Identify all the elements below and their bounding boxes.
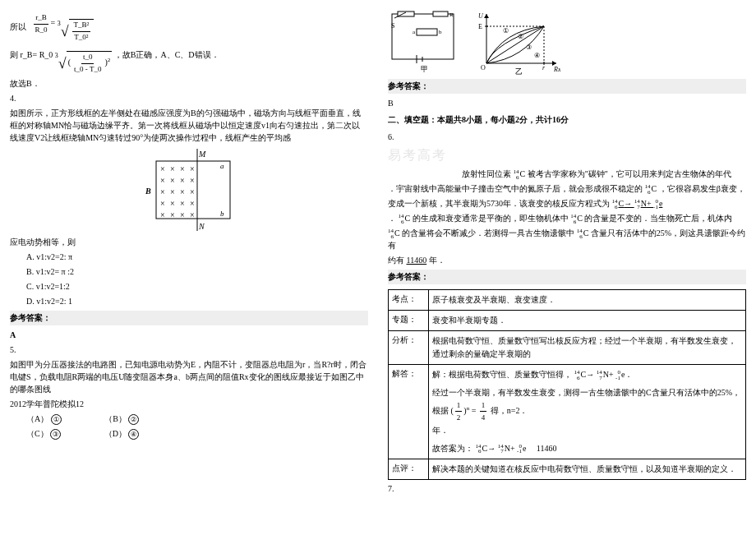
svg-text:R: R — [449, 12, 454, 18]
svg-text:×: × — [180, 187, 185, 196]
row-kaodian-text: 原子核衰变及半衰期、衰变速度． — [429, 290, 745, 310]
svg-text:×: × — [170, 210, 175, 219]
q6-number: 6. — [388, 131, 746, 143]
left-column: 所以 r_B R_0 = 3 √ T_B² T_0² 则 r_B= R_0 — [0, 0, 378, 535]
figure-label-a: a — [220, 162, 224, 170]
svg-text:U: U — [478, 12, 484, 20]
figure-label-M: M — [198, 150, 206, 159]
q5-number: 5. — [10, 344, 368, 356]
svg-text:甲: 甲 — [421, 65, 428, 73]
q4-figure: ×××× ×××× ×××× ×××× ×××× M N B a b — [140, 149, 238, 231]
row-zhuanti-text: 衰变和半衰期专题． — [429, 311, 745, 330]
q6-line-3: 变成一个新核，其半衰期为5730年．该衰变的核反应方程式为 146C→ 147N… — [388, 197, 746, 210]
svg-text:b: b — [439, 29, 442, 35]
svg-text:×: × — [190, 187, 195, 196]
svg-text:×: × — [170, 176, 175, 185]
svg-text:×: × — [170, 199, 175, 208]
figure-label-N: N — [198, 222, 205, 231]
row-fenxi-text: 根据电荷数守恒、质量数守恒写出核反应方程；经过一个半衰期，有半数发生衰变，通过剩… — [429, 331, 745, 364]
answer-label-3: 参考答案： — [388, 270, 746, 284]
graph-diagram-yi: U Rx O r E ① ② ③ ④ 乙 — [478, 10, 552, 76]
right-column: S ab R 甲 U Rx O r E — [378, 0, 756, 535]
circuit-diagram-jia: S ab R 甲 — [388, 10, 462, 76]
q5-text: 如图甲为分压器接法的电路图，已知电源电动势为E，内阻不计，变阻器总电阻为r，当R… — [10, 358, 368, 395]
svg-text:S: S — [391, 22, 394, 30]
q4-number: 4. — [10, 92, 368, 104]
svg-text:×: × — [180, 176, 185, 185]
row-fenxi-label: 分析： — [389, 331, 429, 364]
svg-text:×: × — [190, 210, 195, 219]
svg-text:③: ③ — [526, 44, 532, 51]
row-zhuanti-label: 专题： — [389, 311, 429, 330]
row-jieda-text: 解：根据电荷数守恒、质量数守恒得， 146C→ 147N+ 0-1e． 经过一个… — [429, 365, 745, 459]
circled-1: ① — [51, 414, 62, 425]
q4-text-2: 应电动势相等，则 — [10, 236, 368, 248]
q5-options-row2: （C） ③ （D） ④ — [10, 427, 368, 440]
q4-text-1: 如图所示，正方形线框的左半侧处在磁感应强度为B的匀强磁场中，磁场方向与线框平面垂… — [10, 107, 368, 144]
svg-text:E: E — [478, 23, 482, 30]
jd-line-1: 解：根据电荷数守恒、质量数守恒得， 146C→ 147N+ 0-1e． — [432, 368, 742, 381]
formula-row-1: 所以 r_B R_0 = 3 √ T_B² T_0² — [10, 9, 368, 46]
svg-text:②: ② — [518, 33, 523, 40]
formula-row-2: 则 r_B= R_0 3 √ ( t_0 t_0 - T_0 )2 ，故B正确，… — [10, 48, 368, 75]
svg-text:×: × — [180, 164, 185, 173]
svg-rect-23 — [398, 12, 414, 16]
figure-label-b: b — [220, 210, 224, 218]
jd-line-2: 经过一个半衰期，有半数发生衰变，测得一古生物遗骸中的C含量只有活体中的25%，根… — [432, 386, 742, 424]
circled-3: ③ — [50, 429, 61, 440]
svg-text:×: × — [190, 164, 195, 173]
q4-option-b: B. v1:v2= π :2 — [10, 265, 368, 278]
row-kaodian-label: 考点： — [389, 290, 429, 310]
q6-line-1: 放射性同位素 146C 被考古学家称为"碳钟"，它可以用来判定古生物体的年代 — [388, 168, 746, 180]
svg-text:×: × — [170, 164, 175, 173]
q4-option-a: A. v1:v2=2: π — [10, 251, 368, 263]
label-ze: 则 — [10, 50, 18, 59]
q5-options-row1: （A） ① （B） ② — [10, 413, 368, 425]
section-2-heading: 二、填空题：本题共8小题，每小题2分，共计16分 — [388, 114, 746, 126]
svg-text:O: O — [481, 64, 486, 71]
q5-figures: S ab R 甲 U Rx O r E — [388, 10, 746, 76]
row-dianping-text: 解决本题的关键知道在核反应中电荷数守恒、质量数守恒，以及知道半衰期的定义． — [429, 459, 745, 479]
svg-text:Rx: Rx — [553, 66, 560, 73]
svg-text:a: a — [413, 29, 416, 35]
figure-label-B: B — [145, 187, 151, 196]
q6-line-2: ．宇宙射线中高能量中子撞击空气中的氮原子后，就会形成很不稳定的 146C ，它很… — [388, 182, 746, 195]
svg-rect-26 — [417, 29, 437, 35]
svg-text:×: × — [160, 164, 165, 173]
q6-line-4: ． 146C 的生成和衰变通常是平衡的，即生物机体中 146C 的含量是不变的．… — [388, 212, 746, 224]
jd-line-4: 故答案为： 146C→ 147N+ 0-1e 11460 — [432, 442, 742, 455]
svg-marker-38 — [484, 14, 489, 18]
answer-label-2: 参考答案： — [388, 79, 746, 94]
svg-text:×: × — [190, 176, 195, 185]
q5-source: 2012学年普陀模拟12 — [10, 398, 368, 410]
svg-text:×: × — [160, 199, 165, 208]
answer-label: 参考答案： — [10, 311, 368, 325]
formula-1: r_B R_0 = 3 √ T_B² T_0² — [30, 11, 96, 44]
svg-text:①: ① — [503, 27, 509, 35]
svg-text:×: × — [190, 199, 195, 208]
q7-number: 7. — [388, 482, 746, 495]
formula-2-lhs: r_B= — [21, 50, 38, 59]
q6-line-5: 146C 的含量将会不断减少．若测得一具古生物遗骸中 146C 含量只有活体中的… — [388, 227, 746, 251]
svg-text:×: × — [160, 187, 165, 196]
q4-option-c: C. v1:v2=1:2 — [10, 280, 368, 293]
circled-2: ② — [128, 414, 139, 425]
row-jieda-label: 解答： — [389, 365, 429, 459]
svg-text:×: × — [170, 187, 175, 196]
q6-line-6: 约有 11460 年． — [388, 254, 746, 266]
svg-rect-29 — [433, 12, 448, 16]
svg-text:r: r — [542, 64, 546, 71]
solution-table: 考点： 原子核衰变及半衰期、衰变速度． 专题： 衰变和半衰期专题． 分析： 根据… — [388, 289, 746, 480]
q4-answer: A — [10, 329, 368, 341]
watermark: 易考高考 — [388, 145, 746, 165]
conclusion-b: 故选B． — [10, 77, 368, 90]
formula-2-tail: ，故B正确，A、C、D错误． — [114, 50, 219, 59]
svg-text:×: × — [180, 199, 185, 208]
q6-blank: 11460 — [407, 256, 427, 265]
svg-text:×: × — [180, 210, 185, 219]
row-dianping-label: 点评： — [389, 459, 429, 479]
svg-text:×: × — [160, 210, 165, 219]
svg-rect-22 — [392, 14, 454, 59]
q5-answer: B — [388, 97, 746, 109]
svg-text:×: × — [160, 176, 165, 185]
